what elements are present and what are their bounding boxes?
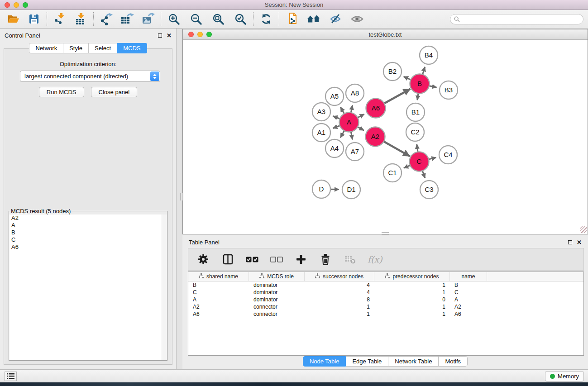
graph-node-C3[interactable]: C3 — [420, 181, 438, 199]
table-cell[interactable]: 1 — [374, 281, 450, 289]
zoom-window-button[interactable] — [23, 2, 28, 8]
close-panel-button[interactable]: Close panel — [91, 87, 138, 97]
table-cell[interactable]: B — [450, 281, 487, 289]
graph-node-D1[interactable]: D1 — [342, 181, 360, 199]
mcds-result-item[interactable]: A2 — [10, 214, 167, 222]
bird-view-eye-icon[interactable] — [350, 12, 364, 26]
table-cell[interactable]: 1 — [305, 310, 374, 318]
table-row[interactable]: A2connector11A2 — [188, 303, 583, 310]
graph-node-C4[interactable]: C4 — [439, 146, 457, 164]
graph-node-A5[interactable]: A5 — [325, 87, 344, 105]
table-cell[interactable]: B — [188, 281, 249, 289]
refresh-icon[interactable] — [259, 12, 273, 26]
graph-node-C1[interactable]: C1 — [383, 164, 402, 182]
table-cell[interactable]: 0 — [374, 296, 450, 303]
table-cell[interactable]: A2 — [450, 303, 487, 310]
network-close-button[interactable] — [188, 32, 194, 37]
graph-node-D[interactable]: D — [312, 180, 330, 198]
network-zoom-button[interactable] — [206, 32, 212, 37]
close-panel-icon[interactable]: ✕ — [577, 239, 582, 245]
tab-edge-table[interactable]: Edge Table — [346, 356, 388, 367]
show-graphics-details-icon[interactable] — [329, 12, 342, 26]
graph-node-C2[interactable]: C2 — [406, 123, 424, 141]
deselect-all-rows-icon[interactable] — [270, 253, 283, 266]
mcds-result-list[interactable]: A2ABCA6 — [10, 214, 167, 360]
run-mcds-button[interactable]: Run MCDS — [39, 87, 84, 97]
table-cell[interactable]: A — [450, 296, 487, 303]
column-header-shared-name[interactable]: shared name — [188, 272, 249, 281]
graph-node-A[interactable]: A — [339, 113, 359, 132]
graph-node-A3[interactable]: A3 — [312, 103, 330, 121]
table-cell[interactable]: 1 — [374, 303, 450, 310]
graph-node-A8[interactable]: A8 — [346, 84, 364, 102]
delete-column-trash-icon[interactable] — [319, 253, 332, 266]
table-cell[interactable]: 1 — [374, 289, 450, 296]
table-cell[interactable]: connector — [249, 310, 305, 318]
graph-node-A6[interactable]: A6 — [366, 99, 386, 118]
tab-mcds[interactable]: MCDS — [117, 43, 147, 53]
mcds-result-scrollbar[interactable] — [162, 214, 167, 360]
graph-node-A1[interactable]: A1 — [312, 124, 330, 142]
graph-node-B3[interactable]: B3 — [440, 81, 458, 99]
mcds-result-item[interactable]: B — [10, 229, 167, 236]
table-cell[interactable]: A6 — [188, 310, 249, 318]
table-row[interactable]: Adominator80A — [188, 296, 583, 303]
select-columns-icon[interactable] — [221, 253, 234, 266]
table-cell[interactable]: A — [188, 296, 249, 303]
add-column-icon[interactable] — [294, 253, 308, 266]
table-cell[interactable]: C — [188, 289, 249, 296]
mcds-result-item[interactable]: A6 — [10, 243, 167, 251]
select-all-rows-icon[interactable] — [245, 253, 259, 266]
table-row[interactable]: Cdominator41C — [188, 289, 583, 296]
table-cell[interactable]: connector — [249, 303, 305, 310]
tab-network[interactable]: Network — [29, 43, 63, 53]
graph-node-A7[interactable]: A7 — [346, 143, 364, 161]
close-window-button[interactable] — [5, 2, 10, 8]
tab-motifs[interactable]: Motifs — [439, 356, 468, 367]
criterion-dropdown[interactable]: largest connected component (directed) — [20, 71, 160, 82]
column-header-successor-nodes[interactable]: successor nodes — [305, 272, 374, 281]
network-minimize-button[interactable] — [197, 32, 203, 37]
table-cell[interactable]: 1 — [374, 310, 450, 318]
table-cell[interactable]: A2 — [188, 303, 249, 310]
graph-node-B4[interactable]: B4 — [420, 46, 438, 64]
tab-style[interactable]: Style — [63, 43, 89, 53]
export-table-icon[interactable] — [120, 12, 134, 26]
export-image-icon[interactable] — [141, 12, 155, 26]
table-row[interactable]: A6connector11A6 — [188, 310, 583, 318]
window-resize-grip[interactable] — [580, 226, 587, 233]
table-row[interactable]: Bdominator41B — [188, 281, 583, 289]
task-history-button[interactable] — [5, 372, 17, 381]
save-session-icon[interactable] — [27, 12, 41, 26]
horizontal-splitter-handle[interactable] — [382, 232, 389, 235]
search-input[interactable] — [463, 16, 579, 22]
memory-button[interactable]: Memory — [545, 371, 584, 381]
zoom-fit-icon[interactable] — [211, 12, 225, 26]
float-panel-icon[interactable] — [158, 33, 162, 38]
graph-node-B[interactable]: B — [410, 74, 430, 94]
column-header-predecessor-nodes[interactable]: predecessor nodes — [374, 272, 450, 281]
table-cell[interactable]: 4 — [305, 281, 374, 289]
zoom-in-icon[interactable] — [167, 12, 181, 26]
column-header-MCDS-role[interactable]: MCDS role — [249, 272, 305, 281]
table-cell[interactable]: C — [450, 289, 487, 296]
tab-network-table[interactable]: Network Table — [388, 356, 439, 367]
table-cell[interactable]: dominator — [249, 289, 305, 296]
float-panel-icon[interactable] — [568, 240, 572, 244]
column-header-name[interactable]: name — [450, 272, 487, 281]
close-panel-icon[interactable]: ✕ — [167, 33, 172, 38]
graph-node-C[interactable]: C — [410, 152, 429, 172]
network-canvas[interactable]: B4B2BB3A8A5A6B1A3AA1C2A2A4A7C4CC1C3DD1 — [183, 40, 588, 234]
open-file-icon[interactable] — [6, 12, 20, 26]
import-table-icon[interactable] — [74, 12, 87, 26]
export-network-icon[interactable] — [100, 12, 113, 26]
table-cell[interactable]: 4 — [305, 289, 374, 296]
graph-node-B2[interactable]: B2 — [383, 62, 402, 81]
table-settings-gear-icon[interactable] — [196, 253, 210, 266]
tab-select[interactable]: Select — [89, 43, 117, 53]
tab-node-table[interactable]: Node Table — [303, 356, 346, 367]
zoom-selected-icon[interactable] — [234, 12, 247, 26]
new-network-from-selection-icon[interactable] — [285, 12, 299, 26]
search-box[interactable] — [450, 14, 583, 24]
table-cell[interactable]: A6 — [450, 310, 487, 318]
